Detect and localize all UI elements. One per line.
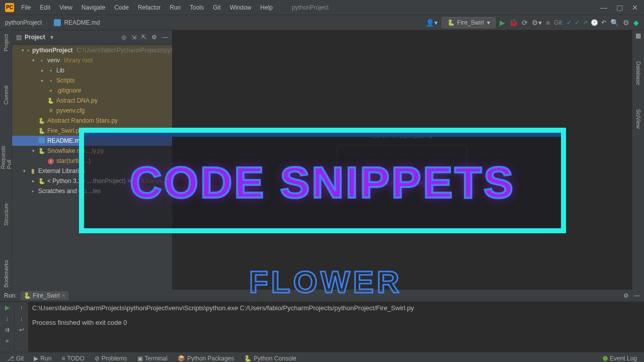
select-opened-icon[interactable]: ◎ — [121, 34, 126, 41]
tab-database[interactable]: Database — [634, 59, 642, 87]
tab-pull-requests[interactable]: Pull Requests — [0, 137, 13, 171]
main-menu: File Edit View Navigate Code Refactor Ru… — [17, 2, 277, 13]
tree-project-root[interactable]: ▾▪ pythonProject C:\Users\fabio\PycharmP… — [12, 45, 172, 55]
menu-help[interactable]: Help — [256, 2, 277, 13]
breadcrumb-file[interactable]: README.md — [64, 19, 100, 26]
run-hide-icon[interactable]: — — [634, 292, 640, 299]
menu-view[interactable]: View — [55, 2, 76, 13]
collapse-all-icon[interactable]: ⇱ — [141, 34, 146, 41]
git-commit-icon[interactable]: ✓ — [575, 19, 580, 26]
notifications-icon[interactable]: ▦ — [635, 32, 642, 39]
menu-navigate[interactable]: Navigate — [77, 2, 109, 13]
profile-icon[interactable]: ⚙▾ — [532, 19, 542, 27]
run-config-select[interactable]: Fire_Swirl ▾ — [442, 17, 496, 28]
tree-scripts[interactable]: ▸▪ Scripts — [12, 75, 172, 85]
bottom-run[interactable]: ▶Run — [30, 354, 55, 363]
git-update-icon[interactable]: ✓ — [567, 19, 572, 26]
wrap-icon[interactable]: ↩ — [19, 326, 24, 333]
layout-icon[interactable]: ⇉ — [5, 326, 10, 333]
tree-gitignore[interactable]: ▪ .gitignore — [12, 85, 172, 96]
tree-venv[interactable]: ▾▪ venv library root — [12, 55, 172, 65]
run-tab-fireswirl[interactable]: Fire_Swirl × — [21, 291, 68, 300]
close-tab-icon[interactable]: × — [62, 292, 65, 299]
overlay-subtitle: FLOWER — [249, 264, 403, 300]
menu-run[interactable]: Run — [166, 2, 185, 13]
tree-pyvenv[interactable]: ≡ pyvenv.cfg — [12, 106, 172, 116]
console-output[interactable]: C:\Users\fabio\PycharmProjects\pythonPro… — [28, 302, 644, 352]
menu-git[interactable]: Git — [209, 2, 224, 13]
git-history-icon[interactable]: 🕑 — [591, 19, 598, 26]
stop-icon[interactable]: ■ — [546, 19, 550, 27]
menu-file[interactable]: File — [17, 2, 35, 13]
python-icon — [24, 292, 31, 299]
tab-commit[interactable]: Commit — [2, 83, 10, 107]
bottom-console[interactable]: 🐍Python Console — [240, 354, 300, 363]
menu-refactor[interactable]: Refactor — [134, 2, 165, 13]
code-with-me-icon[interactable]: ◆ — [633, 19, 639, 27]
down-icon[interactable]: ↓ — [20, 315, 23, 322]
window-maximize-icon[interactable]: ▢ — [616, 4, 623, 12]
console-exit: Process finished with exit code 0 — [32, 319, 640, 326]
add-user-icon[interactable]: 👤▾ — [426, 19, 438, 27]
project-view-dropdown-icon[interactable]: ▾ — [50, 34, 53, 41]
git-push-icon[interactable]: ↗ — [583, 19, 588, 26]
run-button-icon[interactable]: ▶ — [500, 19, 505, 27]
bottom-packages[interactable]: 📦Python Packages — [174, 354, 238, 363]
menu-window[interactable]: Window — [226, 2, 256, 13]
event-log[interactable]: Event Log — [599, 354, 641, 363]
git-rollback-icon[interactable]: ↶ — [601, 19, 606, 26]
titlebar-project: pythonProject — [292, 4, 329, 11]
stop-run-icon[interactable]: ↓ — [6, 315, 9, 322]
markdown-icon — [54, 19, 61, 26]
menu-tools[interactable]: Tools — [186, 2, 208, 13]
coverage-icon[interactable]: ⟳ — [522, 19, 528, 27]
bottom-todo[interactable]: ≡TODO — [57, 354, 88, 363]
bottom-problems[interactable]: ⊘Problems — [91, 354, 131, 363]
window-close-icon[interactable]: ✕ — [632, 4, 638, 12]
pycharm-logo-icon: PC — [5, 3, 14, 12]
menu-edit[interactable]: Edit — [36, 2, 54, 13]
overlay-banner: CODE SNIPPETS — [79, 128, 566, 233]
bottom-git[interactable]: ⎇Git — [3, 354, 28, 363]
run-panel-label: Run: — [4, 292, 17, 299]
tab-bookmarks[interactable]: Bookmarks — [2, 258, 10, 290]
up-icon[interactable]: ↑ — [20, 304, 23, 311]
tab-project[interactable]: Project — [2, 32, 10, 53]
project-tool-label: Project — [25, 34, 45, 41]
window-minimize-icon[interactable]: — — [600, 4, 607, 12]
breadcrumb: pythonProject 〉 README.md — [5, 18, 100, 27]
menu-code[interactable]: Code — [110, 2, 133, 13]
settings-gear-icon[interactable]: ⚙ — [151, 34, 157, 41]
rerun-icon[interactable]: ▶ — [5, 304, 10, 311]
event-dot-icon — [603, 356, 608, 361]
tree-abstract-stars[interactable]: Abstract Random Stars.py — [12, 116, 172, 126]
tree-astract-dna[interactable]: Astract DNA.py — [12, 96, 172, 106]
tab-sciview[interactable]: SciView — [634, 107, 642, 131]
settings-icon[interactable]: ⚙ — [623, 19, 629, 27]
project-tool-icon: ▤ — [16, 34, 22, 41]
python-icon — [447, 19, 454, 26]
run-settings-icon[interactable]: ⚙ — [623, 292, 629, 299]
console-cmd: C:\Users\fabio\PycharmProjects\pythonPro… — [32, 304, 640, 312]
breadcrumb-project[interactable]: pythonProject — [5, 19, 42, 26]
more-icon[interactable]: » — [6, 337, 9, 344]
tree-lib[interactable]: ▸▪ Lib — [12, 65, 172, 75]
run-config-label: Fire_Swirl — [457, 19, 484, 26]
hide-panel-icon[interactable]: — — [162, 34, 168, 41]
search-icon[interactable]: 🔍 — [610, 19, 619, 27]
run-tab-label: Fire_Swirl — [33, 292, 59, 299]
tab-structure[interactable]: Structure — [2, 201, 10, 228]
debug-button-icon[interactable]: 🐞 — [509, 19, 518, 27]
git-label: Git: — [554, 19, 564, 26]
expand-all-icon[interactable]: ⇲ — [131, 34, 136, 41]
bottom-terminal[interactable]: ▣Terminal — [133, 354, 172, 363]
chevron-down-icon: ▾ — [487, 19, 490, 26]
overlay-title: CODE SNIPPETS — [130, 157, 515, 208]
